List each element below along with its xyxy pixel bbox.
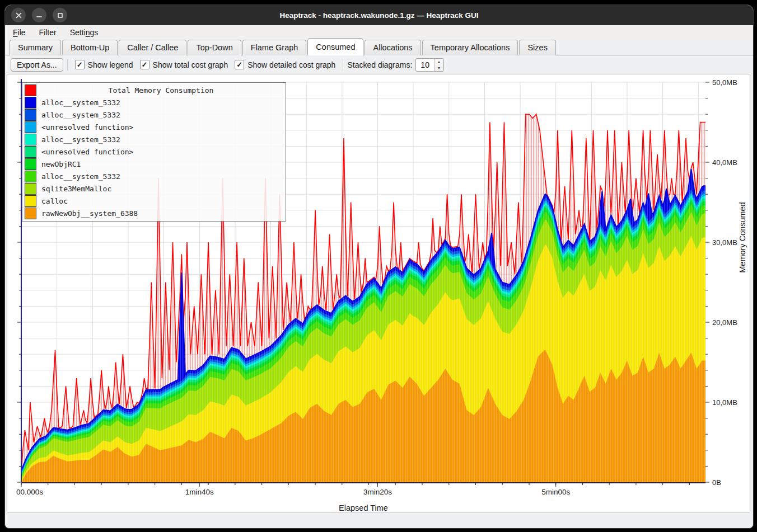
menu-item-filter[interactable]: Filter <box>34 27 62 38</box>
legend-label: <unresolved function> <box>41 148 133 156</box>
checkbox-box-icon: ✓ <box>140 60 149 69</box>
y-tick-label: 30,0MB <box>712 238 737 247</box>
legend-swatch <box>25 134 36 145</box>
legend-swatch <box>25 97 36 109</box>
legend-item: alloc__system_5332 <box>22 96 286 109</box>
tab-allocations[interactable]: Allocations <box>365 40 420 55</box>
legend-item: <unresolved function> <box>22 145 286 158</box>
export-as-button[interactable]: Export As... <box>11 58 63 72</box>
tab-bottom-up[interactable]: Bottom-Up <box>62 40 118 55</box>
legend-item: rawNewObj__system_6388 <box>22 207 286 219</box>
legend-item: <unresolved function> <box>22 121 286 133</box>
spin-up-icon[interactable]: ▲ <box>434 59 443 65</box>
checkbox-box-icon: ✓ <box>75 60 85 69</box>
legend-swatch <box>25 183 36 195</box>
legend-label: newObjRC1 <box>41 160 81 168</box>
checkbox-group: ✓Show legend✓Show total cost graph✓Show … <box>72 60 339 69</box>
y-tick-label: 10,0MB <box>712 398 737 407</box>
checkbox-show-detailed-cost-graph[interactable]: ✓Show detailed cost graph <box>235 60 335 69</box>
y-tick-label: 40,0MB <box>712 158 737 167</box>
legend-item: newObjRC1 <box>22 158 286 170</box>
x-axis-title: Elapsed Time <box>339 503 388 512</box>
legend-label: alloc__system_5332 <box>41 111 120 119</box>
y-axis-title: Memory Consumed <box>738 202 747 273</box>
toolbar-separator <box>67 59 68 70</box>
menu-item-file[interactable]: File <box>7 27 31 38</box>
checkbox-label: Show detailed cost graph <box>247 60 335 69</box>
legend-item: alloc__system_5332 <box>22 170 286 182</box>
menu-item-settings[interactable]: Settings <box>64 27 104 38</box>
tab-sizes[interactable]: Sizes <box>519 40 555 55</box>
checkbox-show-legend[interactable]: ✓Show legend <box>75 60 133 69</box>
legend-swatch <box>25 121 36 133</box>
x-tick-label: 5min00s <box>541 488 570 496</box>
legend-label: Total Memory Consumption <box>36 86 286 95</box>
toolbar: Export As... ✓Show legend✓Show total cos… <box>5 55 753 74</box>
legend-label: alloc__system_5332 <box>41 135 120 144</box>
legend-swatch <box>25 109 36 121</box>
stacked-diagrams-spinbox[interactable]: 10 ▲ ▼ <box>415 58 444 72</box>
app-window: Heaptrack - heaptrack.wakunode.1.gz — He… <box>4 4 754 529</box>
checkbox-show-total-cost-graph[interactable]: ✓Show total cost graph <box>140 60 228 69</box>
tab-consumed[interactable]: Consumed <box>307 38 363 55</box>
legend-swatch <box>25 158 36 170</box>
legend-swatch <box>25 84 36 96</box>
legend-item: sqlite3MemMalloc <box>22 182 286 195</box>
minimize-icon <box>36 12 43 18</box>
stacked-diagrams-label: Stacked diagrams: <box>347 60 412 69</box>
tab-temporary-allocations[interactable]: Temporary Allocations <box>422 40 518 55</box>
tab-bar: SummaryBottom-UpCaller / CalleeTop-DownF… <box>5 40 753 55</box>
toolbar-separator <box>343 59 343 70</box>
minimize-button[interactable] <box>32 8 46 22</box>
legend-label: <unresolved function> <box>41 123 133 131</box>
maximize-button[interactable] <box>53 8 67 22</box>
stacked-diagrams-group: Stacked diagrams: 10 ▲ ▼ <box>347 58 444 72</box>
legend-swatch <box>25 195 36 207</box>
legend-swatch <box>25 146 36 158</box>
checkbox-label: Show total cost graph <box>153 60 228 69</box>
menu-bar: FileFilterSettings <box>5 25 753 40</box>
checkbox-box-icon: ✓ <box>235 60 244 69</box>
close-icon <box>16 12 22 18</box>
close-button[interactable] <box>11 8 26 22</box>
window-title: Heaptrack - heaptrack.wakunode.1.gz — He… <box>5 11 753 20</box>
y-tick-label: 20,0MB <box>712 318 737 327</box>
checkbox-label: Show legend <box>88 60 133 69</box>
legend-label: sqlite3MemMalloc <box>41 185 111 193</box>
spin-down-icon[interactable]: ▼ <box>434 65 443 71</box>
chart-legend: Total Memory Consumptionalloc__system_53… <box>22 82 286 222</box>
title-bar: Heaptrack - heaptrack.wakunode.1.gz — He… <box>5 5 753 25</box>
legend-item: calloc <box>22 195 286 207</box>
legend-label: alloc__system_5332 <box>41 172 120 181</box>
legend-swatch <box>25 208 36 219</box>
maximize-icon <box>57 12 63 18</box>
x-tick-label: 00.000s <box>16 488 43 496</box>
tab-summary[interactable]: Summary <box>10 40 61 55</box>
legend-label: calloc <box>41 197 68 205</box>
memory-consumption-chart[interactable]: 0B10,0MB20,0MB30,0MB40,0MB50,0MB00.000s1… <box>7 74 750 512</box>
spinbox-arrows: ▲ ▼ <box>434 59 443 71</box>
tab-caller-callee[interactable]: Caller / Callee <box>119 40 186 55</box>
legend-label: rawNewObj__system_6388 <box>41 209 138 218</box>
x-tick-label: 3min20s <box>363 488 392 496</box>
tab-top-down[interactable]: Top-Down <box>188 40 241 55</box>
tab-flame-graph[interactable]: Flame Graph <box>242 40 307 55</box>
legend-swatch <box>25 171 36 182</box>
legend-title-row: Total Memory Consumption <box>22 84 286 96</box>
y-tick-label: 0B <box>712 478 721 487</box>
stacked-diagrams-value: 10 <box>416 59 434 71</box>
legend-item: alloc__system_5332 <box>22 109 286 121</box>
legend-label: alloc__system_5332 <box>41 98 120 107</box>
y-tick-label: 50,0MB <box>712 78 737 87</box>
x-tick-label: 1min40s <box>185 488 214 496</box>
legend-item: alloc__system_5332 <box>22 133 286 145</box>
